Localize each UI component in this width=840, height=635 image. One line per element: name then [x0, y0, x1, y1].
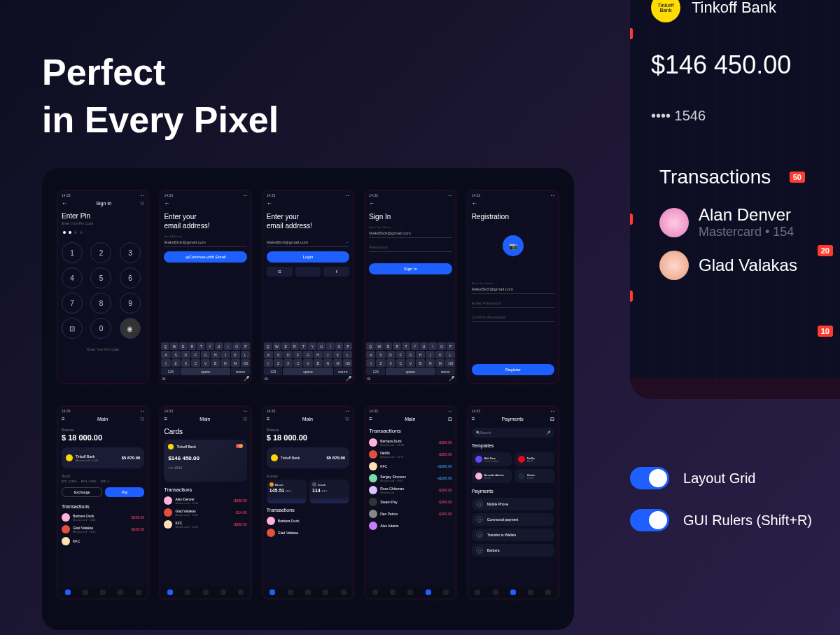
key[interactable]: M: [231, 359, 240, 367]
password-field[interactable]: Enter Password: [472, 298, 554, 308]
key[interactable]: R: [290, 342, 299, 350]
key[interactable]: B: [314, 359, 323, 367]
email-field[interactable]: Email AddressMaksBich@gmail.com: [164, 237, 246, 247]
scan-icon[interactable]: ⊡: [550, 417, 554, 422]
transaction-row[interactable]: Alex Adams: [369, 522, 451, 530]
bell-icon[interactable]: ♡: [345, 417, 349, 422]
tabbar[interactable]: [161, 587, 249, 598]
key[interactable]: E: [281, 342, 290, 350]
key[interactable]: Q: [366, 342, 374, 350]
key[interactable]: G: [201, 351, 210, 358]
key[interactable]: I: [428, 342, 437, 350]
key[interactable]: W: [273, 342, 281, 350]
template-amanda[interactable]: Amanda Adams$25.00: [472, 469, 512, 483]
key[interactable]: K: [333, 351, 342, 358]
exchange-button[interactable]: Exchange: [62, 487, 102, 497]
keyboard[interactable]: QWERTYUIOPASDFGHJKL⇧ZXCVBNM⌫123spaceretu…: [264, 342, 352, 382]
key[interactable]: V: [406, 359, 415, 367]
register-button[interactable]: Register: [472, 364, 554, 375]
key[interactable]: ⇧: [264, 359, 273, 367]
key[interactable]: W: [170, 342, 178, 350]
key[interactable]: F: [293, 351, 302, 358]
confirm-field[interactable]: Confirm Password: [472, 312, 554, 322]
email-field[interactable]: MaksBich@gmail.com✓: [267, 237, 349, 247]
back-icon[interactable]: ←: [267, 200, 272, 207]
key[interactable]: X: [284, 359, 293, 367]
key[interactable]: ⇧: [366, 359, 375, 367]
key[interactable]: ⌫: [241, 359, 250, 367]
key[interactable]: L: [343, 351, 352, 358]
scan-icon[interactable]: ⊡: [448, 417, 452, 422]
key[interactable]: C: [191, 359, 200, 367]
key[interactable]: N: [426, 359, 435, 367]
key[interactable]: T: [300, 342, 308, 350]
login-button[interactable]: Login: [267, 251, 349, 263]
key[interactable]: O: [232, 342, 241, 350]
key[interactable]: S: [376, 351, 385, 358]
key[interactable]: K: [435, 351, 444, 358]
key[interactable]: Q: [161, 342, 169, 350]
facebook-button[interactable]: f: [323, 267, 349, 277]
tabbar[interactable]: [366, 587, 454, 598]
key[interactable]: R: [188, 342, 197, 350]
name-field[interactable]: Enter Your NameMaksBich@gmail.com: [472, 284, 554, 294]
key[interactable]: U: [420, 342, 428, 350]
key[interactable]: H: [211, 351, 220, 358]
payment-item[interactable]: ◌Communal payment: [472, 513, 554, 526]
key-3[interactable]: 3: [120, 242, 141, 263]
continue-button[interactable]: ✉ Continue with Email: [164, 251, 246, 263]
camera-button[interactable]: 📷: [503, 235, 524, 256]
menu-icon[interactable]: ≡: [62, 416, 65, 422]
apple-button[interactable]: [295, 267, 321, 277]
key[interactable]: Z: [172, 359, 181, 367]
gui-rulers-toggle[interactable]: [630, 509, 669, 531]
key[interactable]: D: [386, 351, 396, 358]
name-field[interactable]: Enter Your NameMaksBich@gmail.com: [369, 228, 451, 238]
key[interactable]: W: [375, 342, 384, 350]
tabbar[interactable]: [59, 587, 147, 598]
key[interactable]: J: [220, 351, 230, 358]
key-7[interactable]: 7: [62, 293, 83, 314]
back-icon[interactable]: ←: [472, 200, 477, 207]
google-button[interactable]: G: [267, 267, 293, 277]
tabbar[interactable]: [264, 587, 352, 598]
template-netflix[interactable]: Netflix$36.00: [514, 452, 554, 466]
key[interactable]: F: [396, 351, 405, 358]
key[interactable]: P: [447, 342, 455, 350]
key[interactable]: N: [220, 359, 230, 367]
key[interactable]: Q: [264, 342, 272, 350]
transaction-row[interactable]: Barbara Duck: [267, 517, 349, 525]
key[interactable]: X: [386, 359, 396, 367]
back-icon[interactable]: ←: [369, 200, 374, 207]
key[interactable]: O: [438, 342, 446, 350]
key[interactable]: Z: [274, 359, 283, 367]
key[interactable]: T: [402, 342, 410, 350]
key-8[interactable]: 8: [90, 293, 111, 314]
key[interactable]: G: [303, 351, 312, 358]
transaction-row[interactable]: KFC: [62, 537, 144, 545]
key[interactable]: ⌫: [343, 359, 352, 367]
crypto-zcash[interactable]: Zcash114 BTC: [309, 480, 349, 503]
template-steam[interactable]: Steam$70.00: [514, 469, 554, 483]
key[interactable]: D: [284, 351, 293, 358]
key[interactable]: Z: [376, 359, 385, 367]
tabbar[interactable]: [469, 587, 557, 598]
transaction-row[interactable]: NetflixMastercard • 14:17-$280.00: [369, 450, 451, 459]
key[interactable]: E: [384, 342, 393, 350]
key[interactable]: Y: [308, 342, 316, 350]
key-scan[interactable]: ⊡: [62, 318, 83, 339]
transaction-row[interactable]: Glad Valakas: [267, 529, 349, 537]
transaction-row[interactable]: Russ GhilsmanMastercard-$280.00: [369, 486, 451, 494]
bell-icon[interactable]: ♡: [140, 201, 144, 207]
key[interactable]: J: [323, 351, 332, 358]
key[interactable]: S: [172, 351, 181, 358]
bank-card[interactable]: Tinkoff Bank$5 870.00: [267, 447, 349, 468]
payment-item[interactable]: ◌Transfer to Wallets: [472, 529, 554, 541]
key[interactable]: C: [396, 359, 405, 367]
key[interactable]: A: [366, 351, 375, 358]
key-4[interactable]: 4: [62, 267, 83, 288]
key[interactable]: V: [303, 359, 312, 367]
key[interactable]: U: [317, 342, 326, 350]
transaction-row[interactable]: Steam Pay-$280.00: [369, 498, 451, 506]
key-5[interactable]: 5: [90, 267, 111, 288]
